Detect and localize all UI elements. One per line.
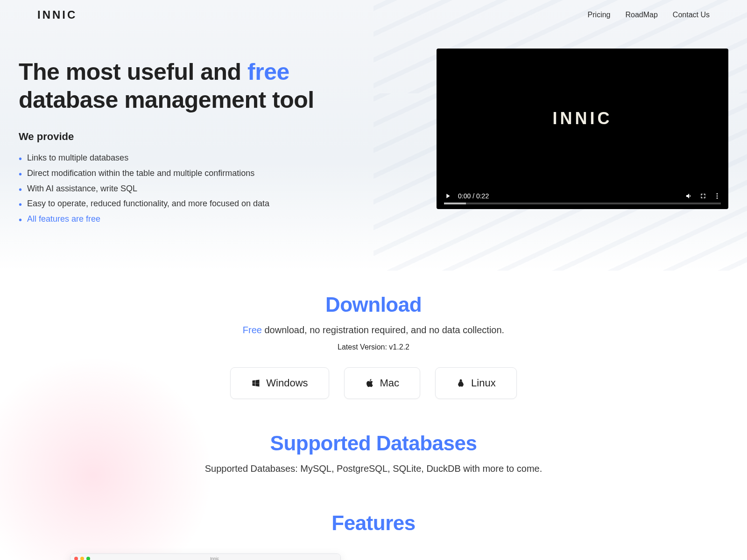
download-subtitle: Free download, no registration required,… — [0, 325, 747, 336]
download-sub-accent: Free — [243, 325, 262, 335]
screenshot-app-title: Innic — [92, 556, 337, 560]
feature-screenshot: Innic employees @ test01 No TitleSheet01… — [70, 553, 341, 560]
download-linux-button[interactable]: Linux — [435, 367, 517, 399]
download-version: Latest Version: v1.2.2 — [0, 343, 747, 351]
hero-feature-item: Direct modification within the table and… — [19, 167, 418, 180]
play-icon[interactable] — [444, 192, 451, 200]
supported-subtitle: Supported Databases: MySQL, PostgreSQL, … — [0, 463, 747, 474]
supported-section: Supported Databases Supported Databases:… — [0, 432, 747, 474]
svg-point-2 — [717, 197, 718, 199]
top-nav: INNIC Pricing RoadMap Contact Us — [0, 0, 747, 30]
promo-video[interactable]: INNIC 0:00 / 0:22 — [437, 49, 728, 209]
screenshot-titlebar: Innic — [70, 554, 340, 560]
download-mac-button[interactable]: Mac — [344, 367, 421, 399]
download-title: Download — [0, 293, 747, 316]
download-sub-rest: download, no registration required, and … — [262, 325, 504, 335]
video-controls: 0:00 / 0:22 — [437, 189, 728, 203]
feature-detail-row: Innic employees @ test01 No TitleSheet01… — [0, 553, 747, 560]
nav-contact[interactable]: Contact Us — [673, 11, 710, 19]
hero-feature-item-accent: All features are free — [19, 212, 418, 226]
hero-feature-item: Links to multiple databases — [19, 151, 418, 165]
hero-feature-item: Easy to operate, reduced functionality, … — [19, 197, 418, 210]
download-buttons: Windows Mac Linux — [0, 367, 747, 399]
download-windows-button[interactable]: Windows — [230, 367, 329, 399]
hero-feature-list: Links to multiple databases Direct modif… — [19, 151, 418, 226]
feature-description: SQL Auto Completion — [378, 553, 477, 560]
hero-title-part1: The most useful and — [19, 59, 247, 85]
hero-title-part2: database management tool — [19, 87, 314, 113]
supported-title: Supported Databases — [0, 432, 747, 455]
features-section: Features Innic employees @ test01 No Tit… — [0, 511, 747, 560]
hero-title: The most useful and free database manage… — [19, 58, 418, 114]
download-section: Download Free download, no registration … — [0, 293, 747, 399]
nav-roadmap[interactable]: RoadMap — [625, 11, 657, 19]
more-icon[interactable] — [713, 192, 721, 200]
we-provide-heading: We provide — [19, 131, 418, 143]
svg-point-0 — [717, 193, 718, 195]
nav-pricing[interactable]: Pricing — [588, 11, 611, 19]
nav-links: Pricing RoadMap Contact Us — [588, 11, 710, 19]
windows-icon — [251, 378, 261, 388]
video-progress-loaded — [444, 203, 466, 204]
download-mac-label: Mac — [380, 377, 400, 389]
hero-section: The most useful and free database manage… — [0, 30, 747, 265]
traffic-light-zoom-icon — [86, 557, 90, 560]
apple-icon — [365, 378, 374, 388]
volume-icon[interactable] — [685, 192, 693, 200]
traffic-light-close-icon — [74, 557, 78, 560]
download-windows-label: Windows — [266, 377, 308, 389]
features-title: Features — [0, 511, 747, 535]
hero-feature-item: With AI assistance, write SQL — [19, 182, 418, 196]
video-logo-text: INNIC — [553, 109, 613, 128]
hero-copy: The most useful and free database manage… — [19, 49, 418, 228]
feature-item-title: SQL Auto Completion — [378, 553, 477, 560]
hero-title-accent: free — [247, 59, 289, 85]
fullscreen-icon[interactable] — [699, 192, 707, 200]
video-time: 0:00 / 0:22 — [458, 192, 489, 200]
svg-point-1 — [717, 196, 718, 197]
linux-icon — [456, 378, 465, 388]
video-progress-bar[interactable] — [444, 203, 721, 204]
brand-logo[interactable]: INNIC — [37, 8, 77, 21]
traffic-light-minimize-icon — [80, 557, 84, 560]
video-body[interactable]: INNIC — [437, 49, 728, 189]
download-linux-label: Linux — [471, 377, 496, 389]
